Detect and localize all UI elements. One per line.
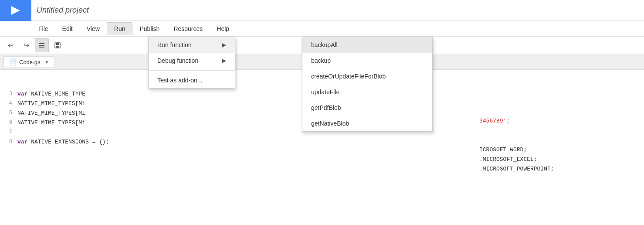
submenu-item-createOrUpdateFileForBlob[interactable]: createOrUpdateFileForBlob bbox=[302, 68, 432, 84]
undo-button[interactable]: ↩ bbox=[3, 38, 17, 52]
file-tab-code-gs[interactable]: 📄 Code.gs ▼ bbox=[3, 56, 54, 67]
list-button[interactable] bbox=[35, 38, 49, 52]
test-addon-item[interactable]: Test as add-on... bbox=[149, 72, 235, 88]
debug-function-item[interactable]: Debug function ▶ bbox=[149, 53, 235, 68]
menu-publish[interactable]: Publish bbox=[132, 23, 166, 35]
code-right-1: 3456789'; bbox=[479, 118, 510, 124]
submenu-item-backup[interactable]: backup bbox=[302, 53, 432, 68]
submenu-item-updateFile[interactable]: updateFile bbox=[302, 84, 432, 100]
app-logo bbox=[0, 0, 31, 21]
menu-file[interactable]: File bbox=[31, 23, 55, 35]
submenu-item-getPdfBlob[interactable]: getPdfBlob bbox=[302, 100, 432, 116]
menu-edit[interactable]: Edit bbox=[55, 23, 80, 35]
file-icon: 📄 bbox=[9, 58, 17, 65]
svg-rect-6 bbox=[56, 46, 59, 48]
svg-rect-2 bbox=[39, 45, 44, 46]
code-line-8: 8 var NATIVE_EXTENSIONS = {}; bbox=[0, 137, 644, 147]
svg-marker-0 bbox=[11, 6, 20, 15]
file-tab-label: Code.gs bbox=[19, 59, 40, 65]
run-menu-dropdown: Run function ▶ Debug function ▶ Test as … bbox=[148, 37, 235, 89]
redo-button[interactable]: ↪ bbox=[19, 38, 33, 52]
menu-run[interactable]: Run bbox=[107, 22, 133, 35]
code-right-6: .MICROSOFT_POWERPOINT; bbox=[479, 166, 554, 172]
run-function-submenu: backupAll backup createOrUpdateFileForBl… bbox=[302, 37, 433, 132]
submenu-item-backupAll[interactable]: backupAll bbox=[302, 37, 432, 53]
svg-rect-3 bbox=[39, 47, 44, 48]
save-button[interactable] bbox=[51, 38, 64, 52]
run-menu-divider bbox=[149, 70, 235, 71]
run-function-arrow: ▶ bbox=[222, 42, 226, 48]
debug-function-arrow: ▶ bbox=[222, 58, 226, 64]
menu-help[interactable]: Help bbox=[210, 23, 236, 35]
title-bar: Untitled project bbox=[0, 0, 644, 21]
code-right-5: .MICROSOFT_EXCEL; bbox=[479, 156, 537, 163]
run-function-item[interactable]: Run function ▶ bbox=[149, 37, 235, 53]
code-right-4: ICROSOFT_WORD; bbox=[479, 147, 527, 153]
menu-view[interactable]: View bbox=[80, 23, 107, 35]
file-tab-dropdown-icon: ▼ bbox=[44, 60, 49, 65]
submenu-item-getNativeBlob[interactable]: getNativeBlob bbox=[302, 116, 432, 131]
project-title: Untitled project bbox=[37, 6, 89, 15]
svg-rect-1 bbox=[39, 43, 44, 44]
menu-bar: File Edit View Run Publish Resources Hel… bbox=[0, 21, 644, 37]
menu-resources[interactable]: Resources bbox=[166, 23, 210, 35]
svg-rect-5 bbox=[56, 43, 59, 45]
